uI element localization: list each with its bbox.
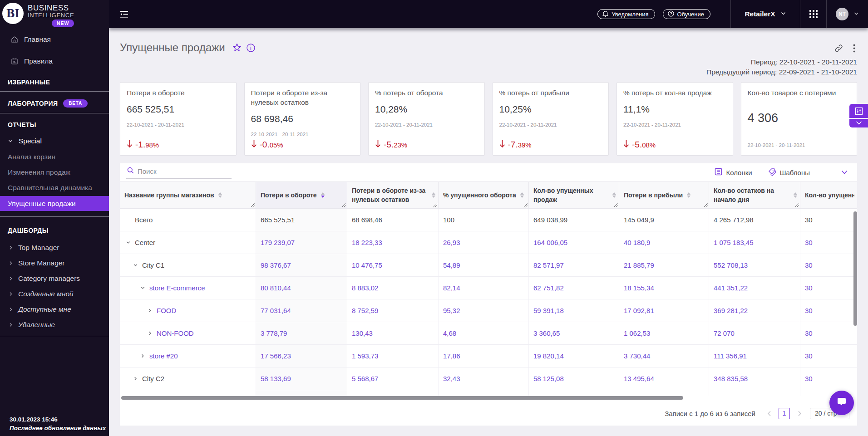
row-value-cell: 77 031,64 <box>256 299 347 322</box>
sidebar-item-dashboard[interactable]: Удаленные <box>0 317 109 333</box>
table-body: Всего665 525,5168 698,46100649 038,99145… <box>120 209 857 396</box>
info-icon[interactable] <box>247 44 255 52</box>
chat-button[interactable] <box>829 391 854 415</box>
chevron-right-icon <box>8 260 14 266</box>
expand-open-icon[interactable] <box>140 285 145 290</box>
sidebar-item-report[interactable]: Сравнительная динамика <box>0 180 109 196</box>
expand-closed-icon[interactable] <box>140 353 145 358</box>
sidebar-section-lab[interactable]: ЛАБОРАТОРИЯ BETA <box>0 97 109 110</box>
collapse-cards-button[interactable] <box>849 119 868 127</box>
tenant-selector[interactable]: RetailerX <box>730 0 800 28</box>
columns-button[interactable]: Колонки <box>715 168 752 177</box>
row-name[interactable]: store E-commerce <box>149 284 205 292</box>
table-header: Название группы магазиновПотери в оборот… <box>120 181 857 209</box>
column-header[interactable]: Кол-во упущенны <box>800 182 857 208</box>
cell-value: 98 376,67 <box>261 261 291 269</box>
table-tools: Колонки Шаблоны <box>715 168 850 177</box>
notifications-button[interactable]: Уведомления <box>597 9 655 19</box>
cell-value: 145 049,9 <box>624 216 654 224</box>
row-value-cell: 30 <box>800 367 857 390</box>
next-page-icon[interactable] <box>795 411 804 416</box>
sort-icon[interactable] <box>321 192 325 198</box>
training-label: Обучение <box>677 11 704 18</box>
vertical-scrollbar-thumb[interactable] <box>853 211 857 326</box>
horizontal-scrollbar <box>120 396 857 401</box>
search-box[interactable] <box>126 166 232 179</box>
column-header[interactable]: Потери в обороте из-за нулевых остатков <box>347 182 439 208</box>
sidebar-item-rules[interactable]: Правила <box>0 54 109 69</box>
column-header-label: Потери в обороте из-за нулевых остатков <box>352 186 428 204</box>
cell-value: 68 698,46 <box>352 216 382 224</box>
row-value-cell: 82,14 <box>439 277 529 299</box>
column-header[interactable]: Кол-во остатков на начало дня <box>709 182 800 208</box>
row-value-cell: 21 885,79 <box>619 254 709 276</box>
user-menu[interactable]: NT <box>826 0 868 28</box>
column-header[interactable]: Название группы магазинов <box>120 182 256 208</box>
apps-grid-button[interactable] <box>800 0 826 28</box>
search-input[interactable] <box>138 167 231 175</box>
sort-icon[interactable] <box>794 192 797 198</box>
sidebar-item-dashboard[interactable]: Top Manager <box>0 240 109 255</box>
column-resize-handle[interactable] <box>250 203 255 207</box>
expand-open-icon[interactable] <box>133 263 138 268</box>
training-button[interactable]: Обучение <box>663 9 710 19</box>
kpi-delta-fraction: 08% <box>642 141 656 149</box>
share-link-icon[interactable] <box>834 44 843 53</box>
sidebar-item-dashboard[interactable]: Category managers <box>0 271 109 286</box>
pagination-summary: Записи с 1 до 6 из 6 записей <box>665 410 755 417</box>
sidebar-item-active-report[interactable]: Упущенные продажи <box>0 196 109 211</box>
horizontal-scrollbar-thumb[interactable] <box>121 396 683 400</box>
sort-icon[interactable] <box>520 192 524 198</box>
sidebar-item-dashboard[interactable]: Store Manager <box>0 255 109 271</box>
column-resize-handle[interactable] <box>433 203 437 207</box>
section-label: ЛАБОРАТОРИЯ <box>8 100 58 107</box>
column-header[interactable]: % упущенного оборота <box>439 182 529 208</box>
logo[interactable]: BI BUSINESS INTELLIGENCE NEW <box>0 0 109 28</box>
sidebar-item-report[interactable]: Изменения продаж <box>0 165 109 180</box>
cell-value: 30 <box>805 239 813 246</box>
expand-open-icon[interactable] <box>126 240 131 245</box>
sort-icon[interactable] <box>218 192 222 198</box>
kpi-settings-button[interactable] <box>849 104 868 118</box>
cell-value: 30 <box>805 352 813 360</box>
page-number[interactable]: 1 <box>779 408 790 419</box>
templates-button[interactable]: Шаблоны <box>768 168 810 177</box>
sort-icon[interactable] <box>687 192 690 198</box>
sidebar-section-favorites[interactable]: ИЗБРАННЫЕ <box>0 75 109 89</box>
sidebar-group-special[interactable]: Special <box>0 133 109 149</box>
cell-value: 3 360,65 <box>533 329 560 337</box>
expand-closed-icon[interactable] <box>148 308 153 313</box>
menu-fold-icon[interactable] <box>120 10 128 18</box>
sidebar-item-dashboard[interactable]: Доступные мне <box>0 302 109 317</box>
sidebar-item-dashboard[interactable]: Созданные мной <box>0 286 109 302</box>
column-header[interactable]: Потери в прибыли <box>619 182 709 208</box>
column-resize-handle[interactable] <box>341 203 346 207</box>
sort-icon[interactable] <box>432 192 435 198</box>
row-name-cell: Center <box>120 231 256 254</box>
column-resize-handle[interactable] <box>523 203 528 207</box>
column-resize-handle[interactable] <box>703 203 708 207</box>
sort-icon[interactable] <box>612 192 616 198</box>
kpi-card-value: 11,1% <box>623 104 726 115</box>
column-header[interactable]: Потери в обороте <box>256 182 347 208</box>
templates-label: Шаблоны <box>780 169 810 176</box>
favorite-star-icon[interactable] <box>232 43 242 52</box>
row-name[interactable]: NON-FOOD <box>157 329 194 337</box>
column-resize-handle[interactable] <box>613 203 618 207</box>
row-name: Всего <box>135 216 153 224</box>
more-options-icon[interactable] <box>853 44 855 53</box>
cell-value: 82 571,97 <box>533 261 564 269</box>
column-resize-handle[interactable] <box>794 203 799 207</box>
column-header[interactable]: Кол-во упущенных продаж <box>529 182 619 208</box>
expand-closed-icon[interactable] <box>148 331 153 336</box>
row-value-cell: 10 476,75 <box>347 254 439 276</box>
row-value-cell: 17 566,23 <box>256 345 347 367</box>
sidebar-item-report[interactable]: Анализ корзин <box>0 149 109 165</box>
row-name[interactable]: store #20 <box>149 352 178 360</box>
expand-closed-icon[interactable] <box>133 376 138 381</box>
row-name[interactable]: FOOD <box>157 307 176 314</box>
sidebar-item-home[interactable]: Главная <box>0 32 109 47</box>
prev-page-icon[interactable] <box>765 411 773 416</box>
cell-value: 62 751,82 <box>533 284 564 292</box>
collapse-toolbar-icon[interactable] <box>841 170 848 175</box>
